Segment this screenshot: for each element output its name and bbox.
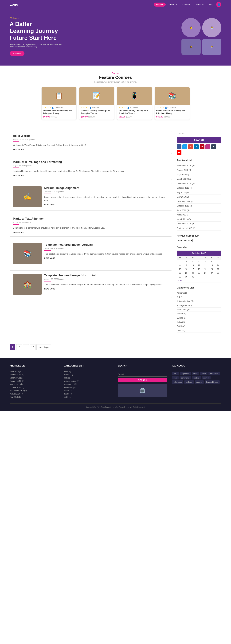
tag-item[interactable]: excerpt <box>195 380 204 384</box>
calendar-day[interactable]: 31 <box>190 275 196 279</box>
calendar-day[interactable]: 24 <box>190 271 196 275</box>
category-list-item[interactable]: Antiquarianism (5) <box>177 299 222 304</box>
archive-list-item[interactable]: March 2019 (3) <box>177 217 222 222</box>
tag-item[interactable]: featured image <box>204 380 220 384</box>
calendar-day[interactable]: 27 <box>208 271 215 275</box>
footer-archive-item[interactable]: March 2011 (1) <box>10 383 59 386</box>
calendar-day[interactable]: 15 <box>177 267 183 271</box>
calendar-day[interactable]: 30 <box>183 275 190 279</box>
calendar-day[interactable]: 8 <box>177 264 183 267</box>
archive-list-item[interactable]: July 2019 (1) <box>177 190 222 195</box>
calendar-day[interactable]: 3 <box>190 260 196 264</box>
footer-archive-item[interactable]: March 2012 (6) <box>10 376 59 380</box>
tag-item[interactable]: chat <box>172 376 178 380</box>
tag-item[interactable]: edge case <box>172 380 183 384</box>
archive-list-item[interactable]: May 2020 (5) <box>177 172 222 177</box>
calendar-day[interactable]: 16 <box>183 267 190 271</box>
archive-list-item[interactable]: December 2018 (4) <box>177 222 222 226</box>
calendar-day[interactable]: 1 <box>177 260 183 264</box>
tumblr-icon[interactable]: t <box>211 144 216 149</box>
read-more-link[interactable]: READ MORE <box>13 231 168 233</box>
course-card[interactable]: 📚 ★★★★☆👤 40 Students Financial Security … <box>154 87 190 120</box>
footer-search-input[interactable] <box>118 372 168 376</box>
calendar-day[interactable]: 18 <box>196 267 202 271</box>
tag-item[interactable]: categories <box>208 372 220 375</box>
calendar-day[interactable]: 5 <box>202 260 208 264</box>
category-list-item[interactable]: Aciform (1) <box>177 291 222 295</box>
page-2-button[interactable]: 2 <box>16 344 22 350</box>
calendar-day[interactable]: 23 <box>183 271 190 275</box>
read-more-link[interactable]: READ MORE <box>13 174 168 176</box>
archive-list-item[interactable]: December 2019 (2) <box>177 181 222 186</box>
nav-home[interactable]: Home ▾ <box>154 2 166 6</box>
calendar-day[interactable]: 25 <box>196 271 202 275</box>
page-12-button[interactable]: 12 <box>30 344 36 350</box>
youtube-icon[interactable]: ▶ <box>177 150 182 155</box>
sidebar-search-button[interactable]: SEARCH <box>177 137 222 143</box>
sidebar-search-input[interactable] <box>177 131 222 136</box>
tag-item[interactable]: embeds <box>184 380 194 384</box>
footer-archive-item[interactable]: January 2012 (5) <box>10 380 59 383</box>
twitter-icon[interactable]: t <box>182 144 187 149</box>
category-list-item[interactable]: Cat B (4) <box>177 324 222 328</box>
tag-item[interactable]: dowork <box>202 376 210 380</box>
tag-item[interactable]: 8BIT <box>172 372 179 375</box>
calendar-day[interactable]: 12 <box>202 264 208 267</box>
nav-courses[interactable]: Courses <box>181 2 192 6</box>
user-avatar[interactable]: 👤 <box>216 2 222 7</box>
category-list-item[interactable]: Cat A (3) <box>177 320 222 324</box>
course-card[interactable]: 📝 ★★★★☆👤 4 Students Financial Security T… <box>79 87 114 120</box>
join-now-button[interactable]: Join Now <box>10 51 24 56</box>
calendar-day[interactable]: 29 <box>177 275 183 279</box>
calendar-day[interactable]: 7 <box>215 260 221 264</box>
archive-list-item[interactable]: June 2019 (4) <box>177 208 222 212</box>
footer-category-item[interactable]: Cat A (1) <box>64 396 113 399</box>
calendar-day[interactable]: 10 <box>190 264 196 267</box>
footer-category-item[interactable]: aciform (1) <box>64 373 113 376</box>
footer-archive-item[interactable]: September 2010 (2) <box>10 389 59 392</box>
calendar-day[interactable]: 26 <box>202 271 208 275</box>
calendar-day[interactable]: 4 <box>196 260 202 264</box>
calendar-day[interactable]: 20 <box>208 267 215 271</box>
archive-list-item[interactable]: October 2019 (2) <box>177 204 222 208</box>
tag-item[interactable]: audio <box>200 372 208 375</box>
tag-item[interactable]: comments <box>180 376 191 380</box>
read-more-link[interactable]: READ MORE <box>44 288 162 290</box>
calendar-day[interactable]: 22 <box>177 271 183 275</box>
next-page-button[interactable]: Next Page <box>36 344 51 350</box>
googleplus-icon[interactable]: G+ <box>188 144 193 149</box>
calendar-day[interactable]: 9 <box>183 264 190 267</box>
calendar-day[interactable]: 6 <box>208 260 215 264</box>
page-1-button[interactable]: 1 <box>10 344 15 350</box>
calendar-day[interactable]: 28 <box>215 271 221 275</box>
footer-category-item[interactable]: buying (3) <box>64 392 113 396</box>
course-card[interactable]: 📋 ★★★★★👤 96 Students Financial Security … <box>42 87 76 120</box>
archives-dropdown-select[interactable]: Select Month <box>177 239 193 242</box>
archive-list-item[interactable]: April 2019 (1) <box>177 212 222 217</box>
footer-archive-item[interactable]: June 2019 (5) <box>10 370 59 373</box>
category-list-item[interactable]: Buying (1) <box>177 316 222 320</box>
calendar-day[interactable]: 13 <box>208 264 215 267</box>
archive-list-item[interactable]: May 2019 (3) <box>177 195 222 199</box>
read-more-link[interactable]: READ MORE <box>13 148 168 150</box>
footer-category-item[interactable]: antiquarianism (1) <box>64 380 113 383</box>
category-list-item[interactable]: Broder (4) <box>177 312 222 316</box>
footer-search-button[interactable]: SEARCH <box>118 378 168 382</box>
tag-item[interactable]: alignment <box>180 372 191 375</box>
calendar-day[interactable]: 2 <box>183 260 190 264</box>
footer-category-item[interactable]: border (2) <box>64 389 113 392</box>
calendar-day[interactable]: 21 <box>215 267 221 271</box>
instagram-icon[interactable]: I <box>206 144 210 149</box>
linkedin-icon[interactable]: in <box>194 144 199 149</box>
category-list-item[interactable]: Arrangement (6) <box>177 304 222 308</box>
facebook-icon[interactable]: f <box>177 144 182 149</box>
category-list-item[interactable]: Asmodeus (2) <box>177 308 222 312</box>
footer-archive-item[interactable]: August 2010 (3) <box>10 392 59 396</box>
footer-category-item[interactable]: sub (1) <box>64 376 113 380</box>
archive-list-item[interactable]: November 2020 (2) <box>177 163 222 168</box>
tag-item[interactable]: content <box>192 376 201 380</box>
footer-category-item[interactable]: aaaa (4) <box>64 370 113 373</box>
read-more-link[interactable]: READ MORE <box>44 204 168 206</box>
archive-list-item[interactable]: February 2019 (4) <box>177 199 222 204</box>
footer-archive-item[interactable]: July 2010 (1) <box>10 396 59 399</box>
